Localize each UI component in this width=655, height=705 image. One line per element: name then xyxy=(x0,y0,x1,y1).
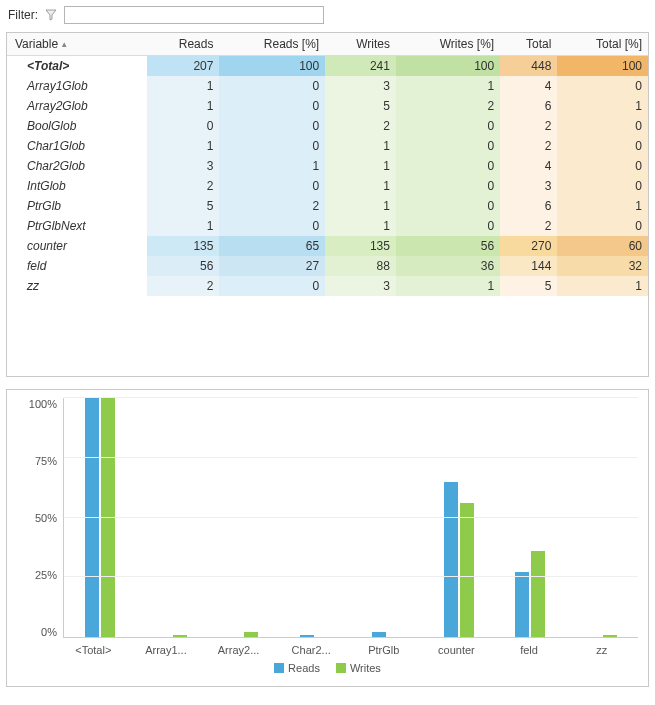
grid-line xyxy=(64,457,638,458)
y-tick: 0% xyxy=(41,626,57,638)
value-cell: 2 xyxy=(219,196,325,216)
value-cell: 1 xyxy=(219,156,325,176)
value-cell: 56 xyxy=(396,236,500,256)
x-tick: Char2... xyxy=(275,638,348,656)
chart-legend: Reads Writes xyxy=(17,662,638,674)
bar-reads[interactable] xyxy=(300,635,314,637)
value-cell: 3 xyxy=(325,276,396,296)
value-cell: 1 xyxy=(557,96,648,116)
value-cell: 0 xyxy=(219,276,325,296)
value-cell: 6 xyxy=(500,196,557,216)
variable-name-cell: PtrGlbNext xyxy=(7,216,147,236)
legend-writes-label: Writes xyxy=(350,662,381,674)
col-header[interactable]: Writes xyxy=(325,33,396,56)
bar-reads[interactable] xyxy=(372,632,386,637)
value-cell: 0 xyxy=(147,116,219,136)
value-cell: 27 xyxy=(219,256,325,276)
variable-name-cell: Array2Glob xyxy=(7,96,147,116)
value-cell: 1 xyxy=(147,216,219,236)
variable-table-panel: Variable▲ReadsReads [%]WritesWrites [%]T… xyxy=(6,32,649,377)
swatch-writes-icon xyxy=(336,663,346,673)
col-header[interactable]: Total [%] xyxy=(557,33,648,56)
col-header[interactable]: Variable▲ xyxy=(7,33,147,56)
x-axis: <Total>Array1...Array2...Char2...PtrGlbc… xyxy=(57,638,638,656)
value-cell: 2 xyxy=(325,116,396,136)
table-row[interactable]: PtrGlbNext101020 xyxy=(7,216,648,236)
bar-reads[interactable] xyxy=(85,398,99,637)
table-row[interactable]: counter135651355627060 xyxy=(7,236,648,256)
filter-label: Filter: xyxy=(8,8,38,22)
bar-writes[interactable] xyxy=(101,398,115,637)
value-cell: 0 xyxy=(219,216,325,236)
legend-writes: Writes xyxy=(336,662,381,674)
value-cell: 0 xyxy=(396,216,500,236)
funnel-icon[interactable] xyxy=(44,8,58,22)
value-cell: 0 xyxy=(396,156,500,176)
value-cell: 1 xyxy=(147,136,219,156)
chart-area: 100%75%50%25%0% xyxy=(17,398,638,638)
variable-name-cell: feld xyxy=(7,256,147,276)
value-cell: 100 xyxy=(396,56,500,77)
filter-row: Filter: xyxy=(8,6,649,24)
value-cell: 2 xyxy=(147,276,219,296)
col-header[interactable]: Total xyxy=(500,33,557,56)
col-header[interactable]: Writes [%] xyxy=(396,33,500,56)
bar-reads[interactable] xyxy=(444,482,458,637)
filter-input[interactable] xyxy=(64,6,324,24)
x-tick: Array1... xyxy=(130,638,203,656)
value-cell: 4 xyxy=(500,156,557,176)
plot-area xyxy=(63,398,638,638)
bar-writes[interactable] xyxy=(173,635,187,637)
grid-line xyxy=(64,517,638,518)
value-cell: 207 xyxy=(147,56,219,77)
table-row[interactable]: PtrGlb521061 xyxy=(7,196,648,216)
value-cell: 0 xyxy=(557,76,648,96)
table-row[interactable]: Array2Glob105261 xyxy=(7,96,648,116)
bar-writes[interactable] xyxy=(244,632,258,637)
table-row[interactable]: Char2Glob311040 xyxy=(7,156,648,176)
table-row[interactable]: Char1Glob101020 xyxy=(7,136,648,156)
y-axis: 100%75%50%25%0% xyxy=(17,398,63,638)
value-cell: 0 xyxy=(557,156,648,176)
value-cell: 2 xyxy=(147,176,219,196)
legend-reads: Reads xyxy=(274,662,320,674)
value-cell: 448 xyxy=(500,56,557,77)
bar-writes[interactable] xyxy=(603,635,617,637)
value-cell: 88 xyxy=(325,256,396,276)
bar-group xyxy=(566,398,638,637)
col-header[interactable]: Reads [%] xyxy=(219,33,325,56)
value-cell: 0 xyxy=(219,116,325,136)
bar-writes[interactable] xyxy=(531,551,545,637)
value-cell: 100 xyxy=(219,56,325,77)
variable-name-cell: PtrGlb xyxy=(7,196,147,216)
variable-name-cell: BoolGlob xyxy=(7,116,147,136)
table-row[interactable]: Array1Glob103140 xyxy=(7,76,648,96)
value-cell: 3 xyxy=(500,176,557,196)
value-cell: 0 xyxy=(396,136,500,156)
y-tick: 100% xyxy=(29,398,57,410)
table-row[interactable]: BoolGlob002020 xyxy=(7,116,648,136)
variable-table[interactable]: Variable▲ReadsReads [%]WritesWrites [%]T… xyxy=(7,33,648,296)
bar-writes[interactable] xyxy=(460,503,474,637)
table-row[interactable]: IntGlob201030 xyxy=(7,176,648,196)
bar-group xyxy=(351,398,423,637)
x-tick: counter xyxy=(420,638,493,656)
value-cell: 1 xyxy=(325,216,396,236)
x-tick: Array2... xyxy=(202,638,275,656)
value-cell: 3 xyxy=(325,76,396,96)
grid-line xyxy=(64,397,638,398)
table-row[interactable]: feld5627883614432 xyxy=(7,256,648,276)
value-cell: 65 xyxy=(219,236,325,256)
bar-reads[interactable] xyxy=(515,572,529,637)
value-cell: 1 xyxy=(396,76,500,96)
table-row[interactable]: <Total>207100241100448100 xyxy=(7,56,648,77)
value-cell: 144 xyxy=(500,256,557,276)
value-cell: 1 xyxy=(325,156,396,176)
x-tick: PtrGlb xyxy=(348,638,421,656)
col-header[interactable]: Reads xyxy=(147,33,219,56)
table-row[interactable]: zz203151 xyxy=(7,276,648,296)
bar-group xyxy=(423,398,495,637)
value-cell: 32 xyxy=(557,256,648,276)
value-cell: 2 xyxy=(500,116,557,136)
value-cell: 1 xyxy=(147,76,219,96)
